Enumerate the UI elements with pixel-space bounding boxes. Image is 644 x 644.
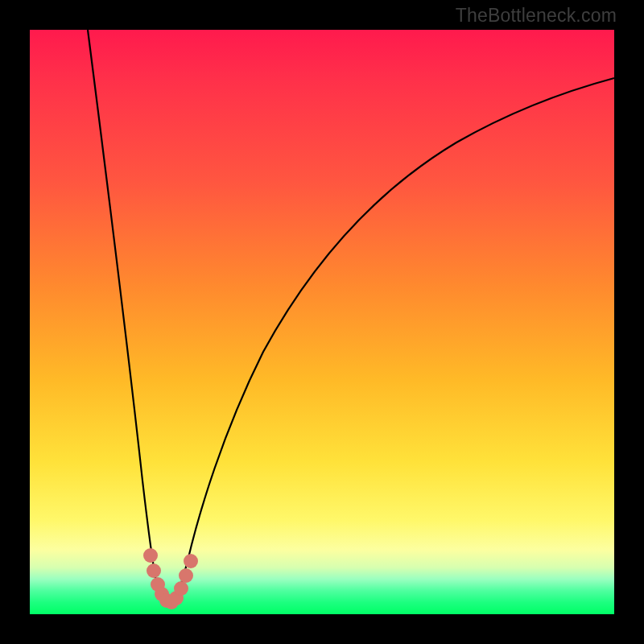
svg-point-1 bbox=[147, 564, 161, 578]
svg-point-9 bbox=[184, 554, 198, 568]
svg-point-8 bbox=[179, 568, 193, 583]
curve-layer bbox=[30, 30, 614, 614]
sweet-spot-markers bbox=[143, 548, 198, 609]
svg-point-0 bbox=[143, 548, 158, 563]
svg-point-7 bbox=[174, 581, 188, 596]
chart-frame: TheBottleneck.com bbox=[0, 0, 644, 644]
plot-area bbox=[30, 30, 614, 614]
bottleneck-curve bbox=[88, 30, 614, 605]
watermark-text: TheBottleneck.com bbox=[456, 5, 617, 27]
